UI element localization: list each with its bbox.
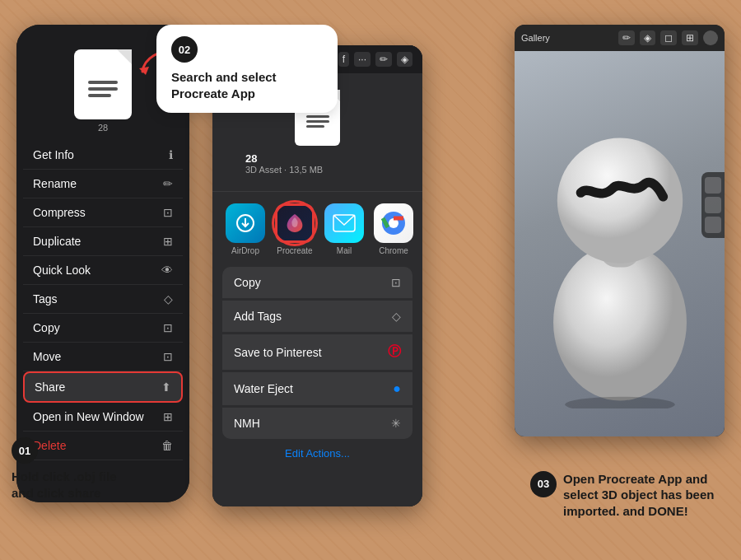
- tag-icon: ◇: [164, 292, 173, 306]
- step02-badge: 02: [171, 36, 198, 63]
- edit-icon: ✏: [163, 177, 173, 190]
- file-number: 28: [98, 123, 108, 133]
- share-menu-watereject[interactable]: Water Eject ●: [222, 372, 412, 406]
- info-icon: ℹ: [169, 148, 173, 161]
- share-app-airdrop[interactable]: AirDrop: [226, 203, 265, 255]
- procreate-icon: [275, 203, 315, 243]
- share-menu-copy[interactable]: Copy ⊡: [222, 267, 412, 299]
- airdrop-icon: [226, 203, 265, 243]
- menu-label: Tags: [33, 292, 58, 306]
- step01-label-area: 01 Hold click .obj fileand click share: [12, 437, 117, 501]
- menu-quicklook[interactable]: Quick Look 👁: [23, 256, 183, 285]
- menu-label: Compress: [33, 206, 86, 219]
- ipad-file-meta: 3D Asset · 13,5 MB: [245, 165, 323, 175]
- menu-compress[interactable]: Compress ⊡: [23, 198, 183, 227]
- mail-icon: [324, 203, 364, 243]
- folder-icon: ⊡: [163, 350, 173, 363]
- ipad-file-line-1: [306, 115, 329, 118]
- menu-share[interactable]: Share ⬆: [23, 371, 183, 403]
- color-icon[interactable]: [703, 30, 718, 45]
- compress-icon: ⊡: [163, 206, 173, 219]
- eraser-icon[interactable]: ◻: [660, 30, 677, 45]
- step02-callout-text: Search and select Procreate App: [171, 69, 323, 101]
- pinterest-icon: Ⓟ: [388, 343, 401, 361]
- toolbar-btn-4[interactable]: ···: [354, 52, 370, 67]
- svg-point-8: [565, 397, 674, 408]
- sidebar-tool-1[interactable]: [705, 177, 721, 194]
- share-menu-addtags[interactable]: Add Tags ◇: [222, 301, 412, 333]
- share-menu-nmh[interactable]: NMH ✳: [222, 408, 412, 439]
- share-app-chrome[interactable]: Chrome: [374, 203, 413, 255]
- ipad-screen: Gallery ✏ S f ··· ✏ ◈ 28 3D Asset · 13,5…: [212, 45, 422, 506]
- brush-icon[interactable]: ✏: [618, 30, 635, 45]
- svg-marker-0: [139, 67, 149, 75]
- step03-label-area: 03 Open Procreate App and select 3D obje…: [530, 471, 728, 520]
- menu-copy[interactable]: Copy ⊡: [23, 314, 183, 343]
- window-icon: ⊞: [163, 410, 173, 423]
- menu-label: Water Eject: [234, 382, 293, 395]
- sidebar-tool-2[interactable]: [705, 197, 721, 213]
- edit-actions-button[interactable]: Edit Actions...: [212, 439, 422, 468]
- menu-label: Copy: [234, 276, 261, 289]
- menu-get-info[interactable]: Get Info ℹ: [23, 141, 183, 170]
- menu-label: Open in New Window: [33, 410, 144, 423]
- menu-label: Rename: [33, 177, 77, 190]
- share-app-procreate[interactable]: Procreate: [275, 203, 315, 255]
- ipad-file-line-2: [306, 120, 329, 123]
- procreate-sidebar: [701, 172, 725, 238]
- step01-badge: 01: [12, 437, 38, 464]
- trash-icon: 🗑: [161, 439, 173, 452]
- menu-tags[interactable]: Tags ◇: [23, 285, 183, 314]
- ipad-mockup: Gallery ✏ S f ··· ✏ ◈ 28 3D Asset · 13,5…: [212, 45, 422, 506]
- file-icon: [74, 49, 132, 119]
- step02-callout: 02 Search and select Procreate App: [156, 25, 338, 113]
- share-icon: ⬆: [161, 380, 171, 394]
- procreate-label: Procreate: [277, 246, 312, 255]
- chrome-label: Chrome: [379, 246, 408, 255]
- menu-duplicate[interactable]: Duplicate ⊞: [23, 227, 183, 256]
- toolbar-btn-3[interactable]: f: [338, 52, 349, 67]
- smudge-icon[interactable]: ◈: [640, 30, 655, 45]
- menu-label: NMH: [234, 417, 260, 430]
- menu-label: Quick Look: [33, 264, 91, 277]
- file-line-2: [88, 87, 118, 91]
- menu-move[interactable]: Move ⊡: [23, 343, 183, 371]
- share-menu: Copy ⊡ Add Tags ◇ Save to Pinterest Ⓟ Wa…: [212, 267, 422, 439]
- nmh-icon: ✳: [391, 417, 401, 430]
- menu-label: Add Tags: [234, 310, 282, 323]
- copy-icon: ⊡: [391, 276, 401, 289]
- share-menu-pinterest[interactable]: Save to Pinterest Ⓟ: [222, 334, 412, 371]
- file-line-3: [88, 94, 111, 97]
- step03-text: Open Procreate App and select 3D object …: [563, 471, 728, 520]
- water-icon: ●: [393, 381, 401, 396]
- tag-icon: ◇: [392, 310, 401, 323]
- menu-label: Move: [33, 350, 61, 363]
- share-app-mail[interactable]: Mail: [324, 203, 364, 255]
- svg-point-5: [553, 244, 687, 400]
- sidebar-tool-3[interactable]: [705, 217, 721, 233]
- file-lines: [88, 81, 118, 97]
- layers-icon[interactable]: ⊞: [682, 30, 698, 45]
- menu-label: Duplicate: [33, 235, 81, 248]
- menu-label: Copy: [33, 321, 60, 334]
- menu-rename[interactable]: Rename ✏: [23, 170, 183, 198]
- step03-badge: 03: [530, 471, 557, 497]
- toolbar-btn-6[interactable]: ◈: [397, 52, 412, 67]
- ipad-file-line-3: [306, 125, 324, 128]
- file-line-1: [88, 81, 118, 84]
- share-apps-row: AirDrop Procrea: [212, 192, 422, 267]
- airdrop-label: AirDrop: [231, 246, 259, 255]
- toolbar-btn-5[interactable]: ✏: [375, 52, 392, 67]
- gallery-label[interactable]: Gallery: [521, 33, 550, 43]
- 3d-character-illustration: [529, 79, 711, 408]
- procreate-toolbar: Gallery ✏ ◈ ◻ ⊞: [515, 25, 725, 51]
- ipad-file-info: 28 3D Asset · 13,5 MB: [229, 152, 406, 175]
- menu-open-window[interactable]: Open in New Window ⊞: [23, 403, 183, 432]
- duplicate-icon: ⊞: [163, 235, 173, 248]
- step01-text: Hold click .obj fileand click share: [12, 469, 117, 501]
- ipad-file-lines: [306, 115, 329, 128]
- menu-label: Save to Pinterest: [234, 346, 322, 359]
- mail-label: Mail: [337, 246, 352, 255]
- menu-label: Share: [35, 380, 65, 394]
- eye-icon: 👁: [161, 264, 173, 277]
